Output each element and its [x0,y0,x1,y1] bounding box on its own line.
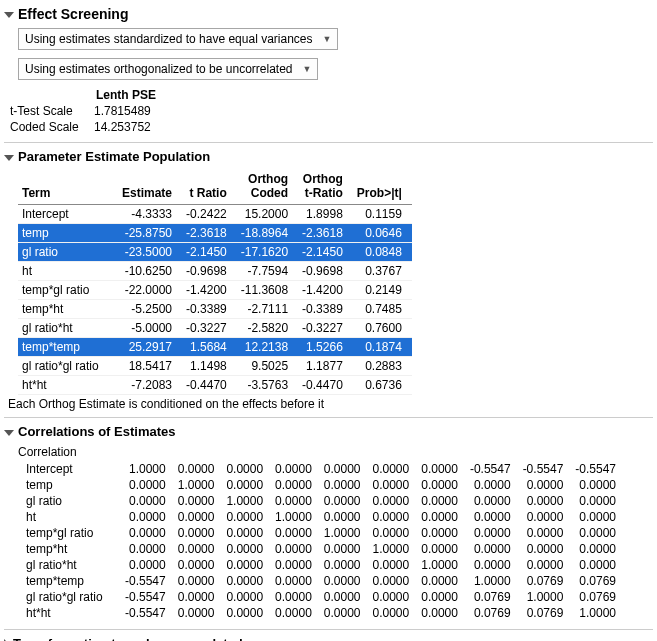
value-cell: 0.0000 [571,477,624,493]
value-cell: -0.5547 [121,573,174,589]
value-cell: 0.0000 [369,477,418,493]
value-cell: 0.0000 [571,541,624,557]
value-cell: 0.0000 [271,557,320,573]
term-cell: Intercept [18,461,121,477]
value-cell: 0.0000 [174,541,223,557]
value-cell: 0.0000 [519,525,572,541]
value-cell: 0.0000 [369,461,418,477]
value-cell: 0.0000 [271,573,320,589]
table-row: gl ratio*gl ratio-0.55470.00000.00000.00… [18,589,624,605]
value-cell: 0.0000 [369,573,418,589]
value-cell: 0.0000 [222,461,271,477]
value-cell: 0.1159 [353,205,412,224]
term-cell: temp [18,224,118,243]
table-row[interactable]: temp-25.8750-2.3618-18.8964-2.36180.0646 [18,224,412,243]
value-cell: 0.0000 [369,557,418,573]
disclosure-icon [4,12,14,18]
value-cell: 1.8998 [298,205,353,224]
table-row[interactable]: ht*ht-7.2083-0.4470-3.5763-0.44700.6736 [18,376,412,395]
term-cell: temp*ht [18,541,121,557]
value-cell: 0.0000 [222,557,271,573]
value-cell: 0.0000 [271,493,320,509]
estimates-orthog-dropdown[interactable]: Using estimates orthogonalized to be unc… [18,58,318,80]
value-cell: -7.7594 [237,262,298,281]
value-cell: 0.0000 [320,605,369,621]
param-pop-header[interactable]: Parameter Estimate Population [4,147,653,166]
value-cell: 0.0000 [174,573,223,589]
term-cell: ht [18,262,118,281]
table-row: temp*ht0.00000.00000.00000.00000.00001.0… [18,541,624,557]
param-col-header: Orthog Coded [237,170,298,205]
table-row[interactable]: temp*temp25.29171.568412.21381.52660.187… [18,338,412,357]
dropdown-label: Using estimates standardized to have equ… [25,32,313,46]
value-cell: -18.8964 [237,224,298,243]
value-cell: 12.2138 [237,338,298,357]
value-cell: 1.0000 [121,461,174,477]
table-row[interactable]: temp*ht-5.2500-0.3389-2.7111-0.33890.748… [18,300,412,319]
value-cell: 1.1498 [182,357,237,376]
value-cell: 0.0000 [121,509,174,525]
table-row[interactable]: Intercept-4.3333-0.242215.20001.89980.11… [18,205,412,224]
value-cell: 0.6736 [353,376,412,395]
value-cell: 0.0000 [271,477,320,493]
value-cell: -25.8750 [118,224,182,243]
value-cell: 15.2000 [237,205,298,224]
value-cell: 0.0000 [519,541,572,557]
table-row[interactable]: ht-10.6250-0.9698-7.7594-0.96980.3767 [18,262,412,281]
table-row[interactable]: gl ratio-23.5000-2.1450-17.1620-2.14500.… [18,243,412,262]
table-row[interactable]: temp*gl ratio-22.0000-1.4200-11.3608-1.4… [18,281,412,300]
value-cell: 0.0769 [571,573,624,589]
value-cell: -23.5000 [118,243,182,262]
value-cell: -7.2083 [118,376,182,395]
corr-block: Correlation Intercept1.00000.00000.00000… [18,445,653,621]
param-footnote: Each Orthog Estimate is conditioned on t… [8,397,653,411]
value-cell: 0.2883 [353,357,412,376]
value-cell: -0.4470 [298,376,353,395]
value-cell: -11.3608 [237,281,298,300]
value-cell: -3.5763 [237,376,298,395]
value-cell: -0.3227 [182,319,237,338]
value-cell: 0.0000 [121,477,174,493]
value-cell: 25.2917 [118,338,182,357]
value-cell: 0.0000 [519,557,572,573]
table-row: ht0.00000.00000.00001.00000.00000.00000.… [18,509,624,525]
transformation-header[interactable]: Transformation to make uncorrelated [4,634,653,641]
value-cell: 0.0000 [174,461,223,477]
value-cell: 0.0000 [320,573,369,589]
value-cell: 0.0000 [174,557,223,573]
param-col-header: Estimate [118,170,182,205]
value-cell: -0.4470 [182,376,237,395]
value-cell: 9.5025 [237,357,298,376]
value-cell: 0.7485 [353,300,412,319]
value-cell: -0.5547 [121,589,174,605]
value-cell: 1.0000 [174,477,223,493]
value-cell: 0.0000 [466,541,519,557]
term-cell: temp*temp [18,338,118,357]
value-cell: -0.5547 [519,461,572,477]
value-cell: 1.0000 [271,509,320,525]
table-row[interactable]: gl ratio*ht-5.0000-0.3227-2.5820-0.32270… [18,319,412,338]
value-cell: 0.0000 [174,493,223,509]
value-cell: 0.0000 [222,525,271,541]
estimates-variance-dropdown[interactable]: Using estimates standardized to have equ… [18,28,338,50]
value-cell: -0.2422 [182,205,237,224]
term-cell: gl ratio [18,493,121,509]
value-cell: 0.0000 [174,589,223,605]
value-cell: 0.0000 [320,493,369,509]
param-col-header: Orthog t-Ratio [298,170,353,205]
effect-screening-header[interactable]: Effect Screening [4,4,653,24]
param-estimate-table: TermEstimatet RatioOrthog CodedOrthog t-… [18,170,412,395]
table-row: gl ratio0.00000.00001.00000.00000.00000.… [18,493,624,509]
value-cell: 0.0000 [271,589,320,605]
table-row[interactable]: gl ratio*gl ratio18.54171.14989.50251.18… [18,357,412,376]
corr-header[interactable]: Correlations of Estimates [4,422,653,441]
param-pop-title: Parameter Estimate Population [18,149,210,164]
chevron-down-icon: ▼ [323,34,332,44]
value-cell: 0.0000 [320,541,369,557]
value-cell: -0.9698 [182,262,237,281]
value-cell: 0.0646 [353,224,412,243]
value-cell: -0.3389 [298,300,353,319]
term-cell: gl ratio*gl ratio [18,357,118,376]
chevron-down-icon: ▼ [303,64,312,74]
value-cell: 0.0000 [571,557,624,573]
